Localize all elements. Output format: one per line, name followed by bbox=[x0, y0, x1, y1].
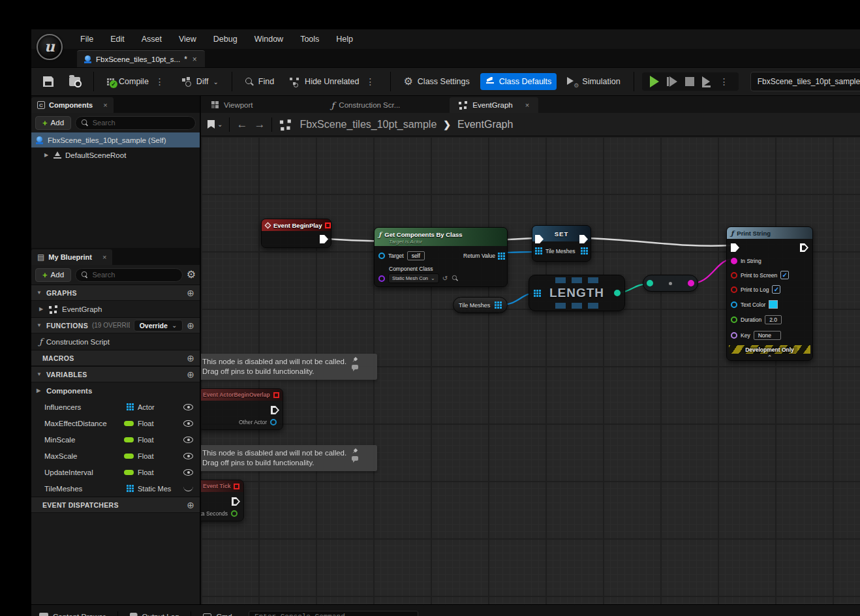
length-out-pin[interactable] bbox=[614, 290, 621, 296]
asset-tab[interactable]: FbxScene_tiles_10pt_s... * × bbox=[77, 50, 205, 67]
play-options-icon[interactable]: ⋮ bbox=[718, 76, 731, 87]
node-tile-meshes-getter[interactable]: Tile Meshes bbox=[453, 297, 508, 313]
class-settings-button[interactable]: ⚙ Class Settings bbox=[399, 72, 475, 91]
visibility-eye-icon[interactable] bbox=[183, 437, 193, 443]
event-dispatchers-section-header[interactable]: EVENT DISPATCHERS ⊕ bbox=[31, 497, 200, 513]
collapse-caret-icon[interactable]: ⌃ bbox=[767, 354, 773, 361]
play-icon[interactable] bbox=[650, 76, 659, 87]
target-pin[interactable] bbox=[378, 253, 385, 259]
collapse-arrow-icon[interactable]: ▼ bbox=[37, 371, 42, 377]
exec-in-pin[interactable] bbox=[731, 243, 739, 252]
menu-window[interactable]: Window bbox=[247, 32, 290, 46]
menu-asset[interactable]: Asset bbox=[134, 32, 169, 46]
add-function-icon[interactable]: ⊕ bbox=[187, 321, 194, 330]
variable-row-influencers[interactable]: Influencers Actor bbox=[31, 399, 200, 415]
eject-icon[interactable] bbox=[702, 76, 710, 87]
tile-meshes-out-pin[interactable] bbox=[581, 247, 588, 254]
node-get-components-by-class[interactable]: ƒ Get Components By Class Target is Acto… bbox=[374, 227, 508, 287]
exec-out-pin[interactable] bbox=[800, 243, 808, 252]
browse-class-icon[interactable] bbox=[452, 275, 458, 281]
cmd-dropdown[interactable]: > Cmd ⌄ bbox=[203, 613, 242, 616]
compile-options-icon[interactable]: ⋮ bbox=[153, 76, 166, 87]
menu-debug[interactable]: Debug bbox=[206, 32, 245, 46]
exec-out-pin[interactable] bbox=[232, 497, 240, 506]
bookmarks-button[interactable]: ⌄ bbox=[207, 120, 223, 129]
print-to-log-checkbox[interactable]: ✓ bbox=[772, 285, 780, 294]
components-search-input[interactable] bbox=[93, 119, 190, 127]
components-tab[interactable]: C Components × bbox=[31, 97, 114, 113]
node-event-beginplay[interactable]: Event BeginPlay bbox=[261, 219, 331, 248]
component-class-dropdown[interactable]: Static Mesh Con ⌄ bbox=[388, 273, 439, 283]
event-graph-tab-close-icon[interactable]: × bbox=[525, 101, 529, 109]
node-set-tile-meshes[interactable]: SET Tile Meshes bbox=[532, 225, 591, 262]
visibility-eye-icon[interactable] bbox=[183, 453, 193, 459]
array-in-pin[interactable] bbox=[534, 290, 541, 297]
collapse-arrow-icon[interactable]: ▼ bbox=[37, 290, 42, 296]
components-add-button[interactable]: + Add bbox=[35, 116, 71, 130]
hide-unrelated-button[interactable]: Hide Unrelated ⋮ bbox=[284, 72, 382, 91]
compile-button[interactable]: ✓ Compile ⋮ bbox=[102, 72, 172, 91]
component-class-pin[interactable] bbox=[378, 275, 385, 282]
tab-viewport[interactable]: Viewport bbox=[202, 97, 262, 113]
macros-section-header[interactable]: MACROS ⊕ bbox=[31, 350, 200, 366]
my-blueprint-add-button[interactable]: + Add bbox=[35, 268, 71, 282]
save-button[interactable] bbox=[38, 72, 59, 91]
collapse-arrow-icon[interactable]: ▼ bbox=[37, 322, 42, 328]
menu-edit[interactable]: Edit bbox=[103, 32, 132, 46]
return-value-pin[interactable] bbox=[498, 253, 505, 260]
breadcrumb-root[interactable]: FbxScene_tiles_10pt_sample bbox=[299, 119, 437, 131]
functions-section-header[interactable]: ▼ FUNCTIONS (19 OVERRID Override ⌄ ⊕ bbox=[31, 317, 200, 333]
expand-arrow-icon[interactable]: ▶ bbox=[37, 388, 42, 393]
exec-out-pin[interactable] bbox=[320, 235, 328, 243]
menu-tools[interactable]: Tools bbox=[293, 32, 326, 46]
node-event-tick[interactable]: Event Tick Delta Seconds bbox=[201, 480, 244, 521]
content-drawer-button[interactable]: Content Drawer bbox=[39, 613, 106, 616]
add-event-dispatcher-icon[interactable]: ⊕ bbox=[187, 501, 194, 510]
target-value[interactable]: self bbox=[407, 251, 425, 260]
components-tab-close-icon[interactable]: × bbox=[103, 101, 107, 109]
print-to-screen-checkbox[interactable]: ✓ bbox=[780, 271, 789, 279]
my-blueprint-search[interactable] bbox=[75, 268, 183, 282]
browse-asset-button[interactable] bbox=[64, 73, 85, 90]
variables-section-header[interactable]: ▼ VARIABLES ⊕ bbox=[31, 366, 200, 382]
key-pin[interactable] bbox=[731, 332, 737, 339]
menu-help[interactable]: Help bbox=[329, 32, 360, 46]
exec-out-pin[interactable] bbox=[579, 235, 588, 243]
output-log-button[interactable]: Output Log bbox=[130, 613, 179, 616]
hide-unrelated-options-icon[interactable]: ⋮ bbox=[364, 76, 377, 87]
visibility-eye-icon[interactable] bbox=[183, 469, 193, 476]
text-color-pin[interactable] bbox=[731, 301, 737, 308]
console-command-input[interactable] bbox=[249, 611, 418, 616]
add-macro-icon[interactable]: ⊕ bbox=[187, 354, 194, 363]
node-int-to-string-conversion[interactable] bbox=[643, 275, 698, 292]
asset-tab-close-icon[interactable]: × bbox=[191, 55, 198, 64]
event-graph-row[interactable]: ▶ EventGraph bbox=[31, 301, 200, 317]
exec-in-pin[interactable] bbox=[535, 235, 544, 243]
tab-construction-script[interactable]: ƒ Construction Scr... bbox=[322, 97, 410, 113]
variable-row-updateinterval[interactable]: UpdateInterval Float bbox=[31, 464, 200, 480]
back-icon[interactable]: ← bbox=[236, 119, 247, 130]
use-selected-icon[interactable]: ↺ bbox=[442, 275, 448, 282]
duration-pin[interactable] bbox=[731, 316, 737, 323]
my-blueprint-tab-close-icon[interactable]: × bbox=[102, 253, 106, 261]
conversion-in-pin[interactable] bbox=[647, 280, 653, 286]
my-blueprint-search-input[interactable] bbox=[93, 271, 177, 279]
forward-icon[interactable]: → bbox=[254, 119, 265, 130]
my-blueprint-settings-icon[interactable]: ⚙ bbox=[187, 270, 196, 280]
conversion-out-pin[interactable] bbox=[688, 280, 694, 286]
node-print-string[interactable]: ƒ Print String In String Print to Screen bbox=[726, 226, 813, 361]
add-variable-icon[interactable]: ⊕ bbox=[187, 370, 194, 379]
delta-seconds-pin[interactable] bbox=[231, 510, 238, 517]
in-string-pin[interactable] bbox=[731, 258, 737, 264]
menu-view[interactable]: View bbox=[172, 32, 204, 46]
text-color-swatch[interactable] bbox=[769, 300, 778, 309]
visibility-eye-icon[interactable] bbox=[183, 404, 193, 410]
visibility-eye-closed-icon[interactable] bbox=[183, 486, 193, 491]
variable-row-maxscale[interactable]: MaxScale Float bbox=[31, 448, 200, 464]
other-actor-pin[interactable] bbox=[270, 419, 277, 425]
graph-canvas[interactable]: Event BeginPlay ƒ Get Components By Clas… bbox=[201, 136, 860, 604]
components-tree-child-row[interactable]: ▶ DefaultSceneRoot bbox=[31, 147, 200, 162]
expand-arrow-icon[interactable]: ▶ bbox=[39, 306, 45, 312]
exec-out-pin[interactable] bbox=[271, 406, 279, 414]
my-blueprint-tab[interactable]: ▤ My Blueprint × bbox=[31, 249, 112, 265]
